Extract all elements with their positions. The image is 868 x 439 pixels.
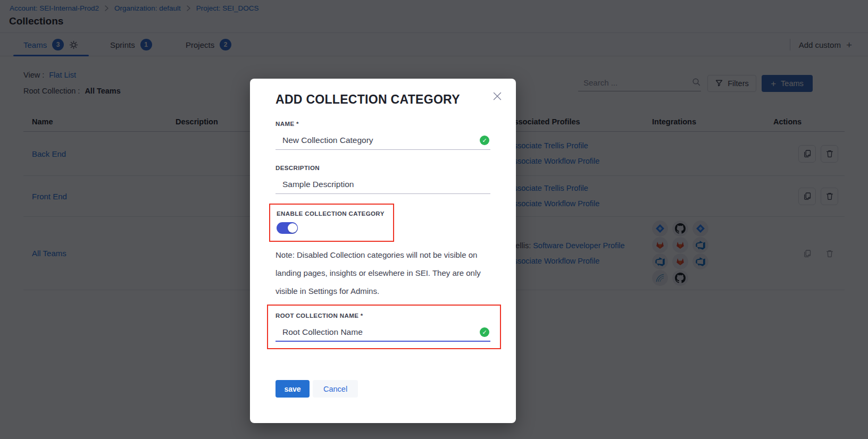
name-input[interactable] xyxy=(282,136,480,145)
valid-check-icon: ✓ xyxy=(480,327,489,337)
root-collection-input-row: ✓ xyxy=(276,324,490,342)
name-field-group: NAME * ✓ xyxy=(276,121,490,150)
dialog-buttons: save Cancel xyxy=(276,380,490,398)
name-input-row: ✓ xyxy=(276,132,490,150)
root-collection-input[interactable] xyxy=(282,327,480,337)
enable-category-highlight-box: ENABLE COLLECTION CATEGORY xyxy=(269,204,394,242)
toggle-knob xyxy=(288,223,297,233)
enable-category-label: ENABLE COLLECTION CATEGORY xyxy=(277,210,385,217)
valid-check-icon: ✓ xyxy=(480,136,489,145)
dialog-title: ADD COLLECTION CATEGORY xyxy=(276,92,490,107)
description-input[interactable] xyxy=(282,180,489,189)
root-collection-name-label: ROOT COLLECTION NAME * xyxy=(276,313,490,319)
add-collection-category-dialog: ADD COLLECTION CATEGORY NAME * ✓ DESCRIP… xyxy=(250,79,516,423)
cancel-button[interactable]: Cancel xyxy=(313,380,358,398)
enable-category-toggle[interactable] xyxy=(277,222,298,234)
description-field-label: DESCRIPTION xyxy=(276,165,490,171)
close-icon[interactable] xyxy=(493,91,502,103)
disabled-categories-note: Note: Disabled Collection categories wil… xyxy=(276,246,494,300)
description-field-group: DESCRIPTION xyxy=(276,165,490,194)
description-input-row xyxy=(276,176,490,194)
root-collection-highlight-box: ROOT COLLECTION NAME * ✓ xyxy=(267,305,501,349)
save-button[interactable]: save xyxy=(276,380,310,398)
name-field-label: NAME * xyxy=(276,121,490,127)
